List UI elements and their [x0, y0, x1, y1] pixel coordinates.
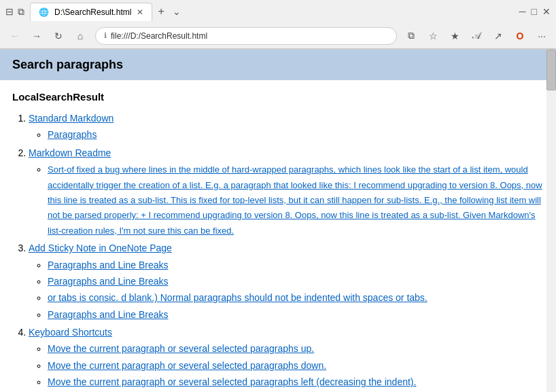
- active-tab[interactable]: 🌐 D:\SearchResult.html ✕: [30, 3, 152, 21]
- minimize-button[interactable]: ─: [519, 6, 526, 17]
- list-item-3: Add Sticky Note in OneNote Page Paragrap…: [29, 240, 544, 322]
- window-icon: ⊟: [5, 6, 14, 17]
- link-paragraphs-line-breaks-3[interactable]: Paragraphs and Line Breaks: [48, 309, 168, 320]
- share-button[interactable]: ↗: [489, 27, 507, 45]
- link-sticky-note[interactable]: Add Sticky Note in OneNote Page: [29, 243, 172, 253]
- sub-list-3: Paragraphs and Line Breaks Paragraphs an…: [29, 257, 544, 323]
- title-bar: ⊟ ⧉ 🌐 D:\SearchResult.html ✕ + ⌄ ─ □ ✕: [0, 0, 556, 23]
- tab-icon: 🌐: [39, 7, 49, 17]
- content-wrapper: Search paragraphs LocalSearchResult Stan…: [0, 50, 556, 392]
- settings-button[interactable]: ···: [533, 27, 551, 45]
- home-button[interactable]: ⌂: [71, 26, 90, 46]
- maximize-button[interactable]: □: [532, 6, 537, 17]
- link-move-up[interactable]: Move the current paragraph or several se…: [48, 343, 314, 354]
- scrollbar-thumb[interactable]: [546, 50, 556, 90]
- refresh-button[interactable]: ↻: [49, 26, 68, 46]
- list-item: or tabs is consic. d blank.) Normal para…: [48, 290, 544, 305]
- home-icon: ⌂: [77, 31, 83, 41]
- office-button[interactable]: O: [511, 27, 529, 45]
- link-standard-markdown[interactable]: Standard Markdown: [29, 113, 114, 124]
- list-item: Paragraphs and Line Breaks: [48, 274, 544, 289]
- nav-bar: ← → ↻ ⌂ ℹ file:///D:/SearchResult.html ⧉…: [0, 23, 556, 49]
- list-item-4: Keyboard Shortcuts Move the current para…: [29, 325, 544, 392]
- list-item: Paragraphs: [48, 127, 544, 142]
- sub-list-4: Move the current paragraph or several se…: [29, 341, 544, 392]
- office-icon: O: [517, 31, 524, 41]
- list-item: Paragraphs and Line Breaks: [48, 307, 544, 322]
- collections-button[interactable]: ★: [446, 27, 464, 45]
- tablet-view-button[interactable]: ⧉: [402, 27, 420, 45]
- tablet-icon: ⧉: [408, 30, 415, 41]
- address-bar[interactable]: ℹ file:///D:/SearchResult.html: [95, 27, 397, 45]
- link-paragraphs-line-breaks-2[interactable]: Paragraphs and Line Breaks: [48, 276, 168, 287]
- forward-icon: →: [32, 31, 41, 41]
- more-icon: ···: [538, 31, 546, 41]
- back-button[interactable]: ←: [5, 26, 24, 46]
- refresh-icon: ↻: [54, 31, 63, 41]
- star-icon: ☆: [429, 31, 438, 41]
- favorites-button[interactable]: ☆: [424, 27, 442, 45]
- page-header: Search paragraphs: [0, 50, 556, 80]
- list-item: Move the current paragraph or several se…: [48, 341, 544, 356]
- read-icon: 𝒜: [472, 30, 481, 41]
- section-title: LocalSearchResult: [12, 91, 544, 103]
- back-icon: ←: [10, 31, 20, 41]
- close-button[interactable]: ✕: [542, 6, 551, 17]
- list-item-1: Standard Markdown Paragraphs: [29, 111, 544, 143]
- tab-close-button[interactable]: ✕: [137, 7, 143, 17]
- link-move-down[interactable]: Move the current paragraph or several se…: [48, 360, 326, 371]
- nav-icons-right: ⧉ ☆ ★ 𝒜 ↗ O ···: [402, 27, 551, 45]
- sub-list-2: Sort-of fixed a bug where lines in the m…: [29, 162, 544, 238]
- list-item: Paragraphs and Line Breaks: [48, 257, 544, 272]
- link-paragraphs-line-breaks-1[interactable]: Paragraphs and Line Breaks: [48, 260, 168, 270]
- link-move-left[interactable]: Move the current paragraph or several se…: [48, 376, 416, 387]
- link-normal-paragraphs[interactable]: or tabs is consic. d blank.) Normal para…: [48, 292, 428, 303]
- page-header-text: Search paragraphs: [12, 58, 123, 71]
- link-paragraphs-1[interactable]: Paragraphs: [48, 129, 97, 140]
- lock-icon: ℹ: [104, 31, 107, 40]
- collections-icon: ★: [451, 31, 459, 41]
- tab-title: D:\SearchResult.html: [54, 7, 131, 17]
- link-keyboard-shortcuts[interactable]: Keyboard Shortcuts: [29, 327, 112, 338]
- window-controls-right: ─ □ ✕: [519, 6, 551, 17]
- list-item-2: Markdown Readme Sort-of fixed a bug wher…: [29, 145, 544, 238]
- sub-list-1: Paragraphs: [29, 127, 544, 142]
- new-tab-button[interactable]: +: [152, 3, 169, 20]
- forward-button[interactable]: →: [27, 26, 46, 46]
- list-item: Move the current paragraph or several se…: [48, 358, 544, 373]
- main-list: Standard Markdown Paragraphs Markdown Re…: [12, 111, 544, 392]
- link-bug-description[interactable]: Sort-of fixed a bug where lines in the m…: [48, 164, 542, 236]
- address-text: file:///D:/SearchResult.html: [111, 31, 207, 41]
- page-content: LocalSearchResult Standard Markdown Para…: [0, 80, 556, 392]
- window-controls-left: ⊟ ⧉: [5, 6, 24, 18]
- link-markdown-readme[interactable]: Markdown Readme: [29, 147, 111, 158]
- list-item: Move the current paragraph or several se…: [48, 374, 544, 389]
- share-icon: ↗: [494, 31, 502, 41]
- new-window-icon: ⧉: [18, 6, 24, 18]
- list-item: Sort-of fixed a bug where lines in the m…: [48, 162, 544, 238]
- read-view-button[interactable]: 𝒜: [468, 27, 485, 45]
- scrollbar[interactable]: [546, 50, 556, 392]
- tab-dropdown[interactable]: ⌄: [173, 6, 181, 17]
